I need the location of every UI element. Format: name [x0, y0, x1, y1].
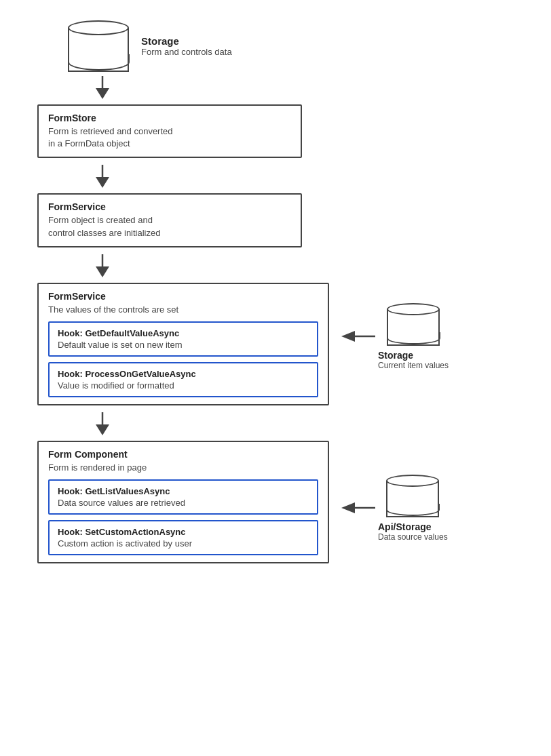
- hook-get-default-value: Hook: GetDefaultValueAsync Default value…: [48, 321, 318, 357]
- hook-set-custom-desc: Custom action is activated by user: [58, 538, 309, 549]
- storage-cylinder-top: [68, 20, 129, 72]
- form-service-1-desc: Form object is created and control class…: [48, 214, 291, 239]
- form-component-box: Form Component Form is rendered in page …: [37, 441, 329, 563]
- side-storage-fs2-title: Storage: [378, 350, 449, 361]
- arrow-1: [95, 76, 110, 100]
- form-store-desc: Form is retrieved and converted in a For…: [48, 125, 291, 150]
- storage-top-subtitle: Form and controls data: [141, 47, 232, 57]
- hook-get-list-values: Hook: GetListValuesAsync Data source val…: [48, 479, 318, 515]
- form-service-2-row: FormService The values of the controls a…: [27, 283, 551, 405]
- svg-marker-7: [341, 331, 355, 342]
- hook-get-list-title: Hook: GetListValuesAsync: [58, 486, 309, 496]
- hook-get-default-desc: Default value is set on new item: [58, 340, 309, 350]
- form-service-1-title: FormService: [48, 201, 291, 212]
- hook-process-on-get-title: Hook: ProcessOnGetValueAsync: [58, 369, 309, 379]
- hook-get-default-title: Hook: GetDefaultValueAsync: [58, 328, 309, 338]
- cyl-top-fs2: [387, 303, 440, 315]
- form-service-2-desc: The values of the controls are set: [48, 304, 318, 316]
- svg-marker-5: [96, 266, 109, 277]
- form-service-2-title: FormService: [48, 291, 318, 302]
- arrow-3: [95, 254, 110, 279]
- form-component-title: Form Component: [48, 449, 318, 460]
- hook-set-custom-action: Hook: SetCustomActionAsync Custom action…: [48, 520, 318, 555]
- storage-top-title: Storage: [141, 35, 232, 47]
- side-storage-fc: Api/Storage Data source values: [339, 475, 448, 542]
- arrow-4: [95, 412, 110, 437]
- hook-process-on-get-desc: Value is modified or formatted: [58, 380, 309, 391]
- arrow-2: [95, 165, 110, 189]
- svg-marker-9: [96, 424, 109, 435]
- side-storage-fs2-label: Storage Current item values: [378, 350, 449, 370]
- side-storage-fs2: Storage Current item values: [339, 303, 449, 370]
- diagram-container: Storage Form and controls data FormStore…: [0, 0, 551, 584]
- form-component-desc: Form is rendered in page: [48, 462, 318, 474]
- top-storage: Storage Form and controls data: [68, 20, 232, 72]
- side-storage-fs2-subtitle: Current item values: [378, 361, 449, 370]
- cylinder-top-ellipse: [68, 20, 129, 35]
- form-store-box: FormStore Form is retrieved and converte…: [37, 104, 302, 158]
- side-storage-fc-subtitle: Data source values: [378, 532, 448, 542]
- arrow-from-storage-fc: [339, 500, 375, 515]
- form-service-1-box: FormService Form object is created and c…: [37, 193, 302, 247]
- side-storage-fc-title: Api/Storage: [378, 521, 448, 532]
- hook-set-custom-title: Hook: SetCustomActionAsync: [58, 527, 309, 537]
- hook-get-list-desc: Data source values are retrieved: [58, 498, 309, 508]
- svg-marker-3: [96, 177, 109, 188]
- arrow-from-storage-fs2: [339, 329, 375, 344]
- form-service-2-box: FormService The values of the controls a…: [37, 283, 329, 405]
- form-store-title: FormStore: [48, 113, 291, 123]
- cylinder-fc: Api/Storage Data source values: [378, 475, 448, 542]
- hook-process-on-get-value: Hook: ProcessOnGetValueAsync Value is mo…: [48, 362, 318, 397]
- cylinder-fs2: Storage Current item values: [378, 303, 449, 370]
- cyl-top-fc: [386, 475, 439, 487]
- storage-top-label: Storage Form and controls data: [141, 35, 232, 57]
- form-component-row: Form Component Form is rendered in page …: [27, 441, 551, 563]
- side-storage-fc-label: Api/Storage Data source values: [378, 521, 448, 542]
- svg-marker-11: [341, 502, 355, 513]
- svg-marker-1: [96, 88, 109, 99]
